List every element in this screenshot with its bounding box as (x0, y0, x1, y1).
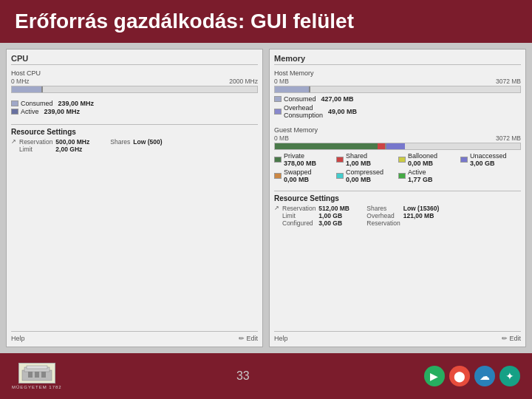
logo-text: MŰEGYETEM 1782 (12, 385, 62, 389)
memory-help-btn[interactable]: Help (274, 335, 288, 342)
mem-reservation-label: Reservation (282, 205, 316, 212)
host-cpu-label: Host CPU (11, 69, 258, 77)
host-gauge-bar-container (274, 86, 521, 93)
host-memory-label: Host Memory (274, 69, 521, 77)
cpu-shares-kv: Shares (110, 138, 130, 146)
cpu-gauge-bar-container (11, 86, 258, 93)
host-gauge-tick (309, 86, 310, 92)
footer-icon-1: ▶ (424, 366, 445, 386)
guest-memory-label: Guest Memory (274, 126, 521, 134)
cpu-consumed-color (11, 100, 18, 106)
guest-legend: Private 378,00 MB Shared 1,00 MB Balloon… (274, 152, 521, 183)
active-label-group: Active 1,77 GB (408, 168, 433, 183)
cpu-resource-settings-title: Resource Settings (11, 128, 258, 136)
mem-overhead-sublabel: Reservation (366, 219, 400, 227)
shared-color (336, 157, 344, 163)
host-gauge-min: 0 MB (274, 78, 289, 85)
guest-memory-section: Guest Memory 0 MB 3072 MB Private 378,00… (274, 126, 521, 183)
unaccessed-color (460, 157, 468, 163)
host-gauge-max: 3072 MB (496, 78, 521, 85)
ballooned-legend: Ballooned 0,00 MB (398, 152, 459, 167)
cpu-consumed-label: Consumed (21, 100, 53, 107)
ballooned-value: 0,00 MB (408, 160, 437, 167)
building-svg (21, 364, 53, 382)
cpu-shares-value: Low (500) (133, 138, 162, 146)
guest-unaccessed-bar (385, 143, 405, 149)
mem-pencil-icon: ✏ (502, 335, 508, 342)
swapped-label-group: Swapped 0,00 MB (284, 168, 312, 183)
cpu-limit-label: Limit (19, 146, 52, 153)
cpu-limit-value: 2,00 GHz (55, 146, 100, 153)
compressed-color (336, 173, 344, 179)
memory-edit-label: Edit (509, 335, 521, 342)
shared-label-group: Shared 1,00 MB (346, 152, 371, 167)
host-overhead-label: Overhead (284, 104, 323, 112)
host-consumed-label: Consumed (284, 95, 316, 103)
memory-panel-footer: Help ✏ Edit (274, 331, 521, 342)
main-content: CPU Host CPU 0 MHz 2000 MHz Consumed 239… (0, 43, 532, 353)
ballooned-color (398, 157, 406, 163)
host-consumed-legend: Consumed 427,00 MB (274, 95, 354, 103)
mem-overhead-label: Overhead (366, 212, 400, 219)
active-value: 1,77 GB (408, 176, 433, 183)
compressed-label-group: Compressed 0,00 MB (346, 168, 383, 183)
ballooned-label-group: Ballooned 0,00 MB (408, 152, 437, 167)
cpu-edit-btn[interactable]: ✏ Edit (239, 335, 258, 342)
footer-icon-3: ☁ (474, 366, 495, 386)
host-overhead-color (274, 109, 282, 115)
host-gauge-bar (275, 86, 309, 92)
guest-gauge-tick (385, 143, 386, 149)
footer-logo: MŰEGYETEM 1782 (12, 363, 62, 389)
logo-building (18, 363, 55, 383)
active-legend: Active 1,77 GB (398, 168, 459, 183)
memory-resource-settings: Resource Settings ↗ Reservation Limit Co… (274, 191, 521, 227)
cpu-gauge-max: 2000 MHz (229, 78, 258, 85)
svg-rect-2 (27, 366, 47, 369)
cpu-active-value: 239,00 MHz (44, 108, 81, 115)
shared-label: Shared (346, 152, 371, 160)
svg-rect-5 (41, 372, 46, 378)
cpu-consumed-value: 239,00 MHz (58, 100, 95, 107)
pencil-icon: ✏ (239, 335, 245, 342)
host-gauge-labels: 0 MB 3072 MB (274, 78, 521, 85)
active-color (398, 173, 406, 179)
unaccessed-value: 3,00 GB (470, 160, 507, 167)
ballooned-label: Ballooned (408, 152, 437, 160)
compressed-value: 0,00 MB (346, 176, 383, 183)
unaccessed-label-group: Unaccessed 3,00 GB (470, 152, 507, 167)
cpu-shares-values: Low (500) (133, 138, 162, 146)
guest-shared-bar (378, 143, 385, 149)
page-footer: MŰEGYETEM 1782 33 ▶ ⬤ ☁ ✦ (0, 353, 532, 399)
compressed-legend: Compressed 0,00 MB (336, 168, 397, 183)
unaccessed-label: Unaccessed (470, 152, 507, 160)
swapped-value: 0,00 MB (284, 176, 312, 183)
mem-overhead-value: 121,00 MB (403, 212, 440, 219)
private-legend: Private 378,00 MB (274, 152, 335, 167)
swapped-label: Swapped (284, 168, 312, 176)
svg-rect-3 (28, 372, 33, 378)
mem-limit-label: Limit (282, 212, 316, 219)
guest-gauge-min: 0 MB (274, 134, 289, 142)
page-number: 33 (236, 369, 250, 383)
host-consumed-color (274, 96, 282, 102)
host-memory-section: Host Memory 0 MB 3072 MB Consumed 427,00… (274, 69, 521, 120)
shared-legend: Shared 1,00 MB (336, 152, 397, 167)
cpu-panel-footer: Help ✏ Edit (11, 331, 258, 342)
private-value: 378,00 MB (284, 160, 316, 167)
active-label: Active (408, 168, 433, 176)
cpu-arrow-icon: ↗ (11, 138, 16, 145)
memory-resource-settings-title: Resource Settings (274, 194, 521, 202)
cpu-reservation-kv: Reservation Limit (19, 138, 52, 153)
page-header: Erőforrás gazdálkodás: GUI felület (0, 0, 532, 43)
mem-reservation-values: 512,00 MB 1,00 GB 3,00 GB (318, 205, 359, 227)
host-overhead-label-group: Overhead Consumption (284, 104, 323, 119)
cpu-help-btn[interactable]: Help (11, 335, 25, 342)
memory-panel-title: Memory (274, 54, 521, 65)
memory-edit-btn[interactable]: ✏ Edit (502, 335, 521, 342)
host-cpu-section: Host CPU 0 MHz 2000 MHz (11, 69, 258, 95)
mem-res-row: ↗ Reservation Limit Configured 512,00 MB… (274, 205, 521, 227)
cpu-reservation-label: Reservation (19, 138, 52, 146)
swapped-legend: Swapped 0,00 MB (274, 168, 335, 183)
mem-limit-value: 1,00 GB (318, 212, 359, 219)
cpu-edit-label: Edit (246, 335, 258, 342)
